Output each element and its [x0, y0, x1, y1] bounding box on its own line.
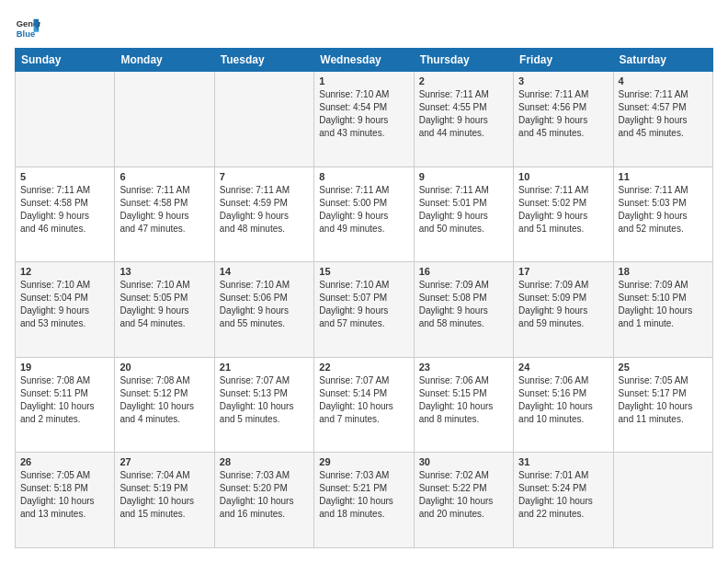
calendar-cell: 12Sunrise: 7:10 AM Sunset: 5:04 PM Dayli… — [16, 262, 115, 358]
day-number: 18 — [619, 266, 708, 277]
calendar-container: General Blue SundayMondayTuesdayWednesda… — [0, 0, 728, 563]
day-info: Sunrise: 7:09 AM Sunset: 5:09 PM Dayligh… — [518, 279, 608, 330]
calendar-week-row: 12Sunrise: 7:10 AM Sunset: 5:04 PM Dayli… — [16, 262, 713, 358]
day-number: 2 — [419, 75, 508, 86]
calendar-week-row: 26Sunrise: 7:05 AM Sunset: 5:18 PM Dayli… — [16, 453, 713, 548]
day-number: 8 — [319, 171, 408, 182]
day-number: 11 — [619, 171, 708, 182]
day-number: 14 — [220, 266, 309, 277]
day-info: Sunrise: 7:08 AM Sunset: 5:11 PM Dayligh… — [20, 374, 109, 426]
day-info: Sunrise: 7:11 AM Sunset: 4:58 PM Dayligh… — [20, 184, 109, 236]
calendar-cell: 13Sunrise: 7:10 AM Sunset: 5:05 PM Dayli… — [115, 262, 214, 358]
day-number: 3 — [518, 75, 608, 86]
day-number: 22 — [319, 362, 408, 373]
day-info: Sunrise: 7:11 AM Sunset: 4:55 PM Dayligh… — [419, 88, 508, 140]
day-info: Sunrise: 7:10 AM Sunset: 5:06 PM Dayligh… — [220, 279, 309, 330]
day-info: Sunrise: 7:09 AM Sunset: 5:10 PM Dayligh… — [619, 279, 708, 330]
day-info: Sunrise: 7:05 AM Sunset: 5:17 PM Dayligh… — [619, 374, 708, 426]
day-number: 9 — [419, 171, 508, 182]
day-info: Sunrise: 7:11 AM Sunset: 4:57 PM Dayligh… — [619, 88, 708, 140]
day-number: 15 — [319, 266, 408, 277]
weekday-header: Thursday — [414, 49, 513, 72]
day-number: 26 — [20, 456, 109, 467]
day-number: 17 — [518, 266, 608, 277]
calendar-cell: 28Sunrise: 7:03 AM Sunset: 5:20 PM Dayli… — [214, 453, 313, 548]
calendar-cell: 14Sunrise: 7:10 AM Sunset: 5:06 PM Dayli… — [214, 262, 313, 358]
day-number: 20 — [119, 362, 209, 373]
day-info: Sunrise: 7:11 AM Sunset: 5:01 PM Dayligh… — [419, 184, 508, 236]
calendar-cell: 1Sunrise: 7:10 AM Sunset: 4:54 PM Daylig… — [314, 72, 414, 167]
day-number: 23 — [419, 362, 508, 373]
day-info: Sunrise: 7:03 AM Sunset: 5:21 PM Dayligh… — [319, 469, 408, 521]
header: General Blue — [15, 15, 713, 40]
calendar-cell: 19Sunrise: 7:08 AM Sunset: 5:11 PM Dayli… — [16, 357, 115, 453]
day-info: Sunrise: 7:07 AM Sunset: 5:14 PM Dayligh… — [319, 374, 408, 426]
svg-text:Blue: Blue — [17, 29, 35, 39]
day-number: 4 — [619, 75, 708, 86]
calendar-cell — [115, 72, 214, 167]
day-number: 31 — [518, 456, 608, 467]
day-info: Sunrise: 7:03 AM Sunset: 5:20 PM Dayligh… — [220, 469, 309, 521]
calendar-cell: 15Sunrise: 7:10 AM Sunset: 5:07 PM Dayli… — [314, 262, 414, 358]
day-info: Sunrise: 7:01 AM Sunset: 5:24 PM Dayligh… — [518, 469, 608, 521]
calendar-week-row: 19Sunrise: 7:08 AM Sunset: 5:11 PM Dayli… — [16, 357, 713, 453]
calendar-cell: 17Sunrise: 7:09 AM Sunset: 5:09 PM Dayli… — [514, 262, 613, 358]
day-info: Sunrise: 7:05 AM Sunset: 5:18 PM Dayligh… — [20, 469, 109, 521]
logo: General Blue — [15, 15, 44, 40]
calendar-week-row: 1Sunrise: 7:10 AM Sunset: 4:54 PM Daylig… — [16, 72, 713, 167]
day-info: Sunrise: 7:11 AM Sunset: 5:00 PM Dayligh… — [319, 184, 408, 236]
calendar-cell: 2Sunrise: 7:11 AM Sunset: 4:55 PM Daylig… — [414, 72, 513, 167]
weekday-header-row: SundayMondayTuesdayWednesdayThursdayFrid… — [16, 49, 713, 72]
calendar-cell: 26Sunrise: 7:05 AM Sunset: 5:18 PM Dayli… — [16, 453, 115, 548]
weekday-header: Saturday — [613, 49, 712, 72]
weekday-header: Monday — [115, 49, 214, 72]
day-info: Sunrise: 7:10 AM Sunset: 5:07 PM Dayligh… — [319, 279, 408, 330]
day-info: Sunrise: 7:08 AM Sunset: 5:12 PM Dayligh… — [119, 374, 209, 426]
calendar-cell: 3Sunrise: 7:11 AM Sunset: 4:56 PM Daylig… — [514, 72, 613, 167]
calendar-cell: 25Sunrise: 7:05 AM Sunset: 5:17 PM Dayli… — [613, 357, 712, 453]
calendar-cell: 23Sunrise: 7:06 AM Sunset: 5:15 PM Dayli… — [414, 357, 513, 453]
weekday-header: Tuesday — [214, 49, 313, 72]
calendar-cell: 24Sunrise: 7:06 AM Sunset: 5:16 PM Dayli… — [514, 357, 613, 453]
calendar-cell: 20Sunrise: 7:08 AM Sunset: 5:12 PM Dayli… — [115, 357, 214, 453]
weekday-header: Friday — [514, 49, 613, 72]
calendar-cell: 29Sunrise: 7:03 AM Sunset: 5:21 PM Dayli… — [314, 453, 414, 548]
day-number: 6 — [119, 171, 209, 182]
calendar-cell: 16Sunrise: 7:09 AM Sunset: 5:08 PM Dayli… — [414, 262, 513, 358]
day-number: 21 — [220, 362, 309, 373]
calendar-cell: 5Sunrise: 7:11 AM Sunset: 4:58 PM Daylig… — [16, 167, 115, 262]
day-info: Sunrise: 7:11 AM Sunset: 5:02 PM Dayligh… — [518, 184, 608, 236]
day-number: 19 — [20, 362, 109, 373]
day-info: Sunrise: 7:07 AM Sunset: 5:13 PM Dayligh… — [220, 374, 309, 426]
day-info: Sunrise: 7:04 AM Sunset: 5:19 PM Dayligh… — [119, 469, 209, 521]
calendar-cell: 6Sunrise: 7:11 AM Sunset: 4:58 PM Daylig… — [115, 167, 214, 262]
calendar-cell: 4Sunrise: 7:11 AM Sunset: 4:57 PM Daylig… — [613, 72, 712, 167]
day-number: 13 — [119, 266, 209, 277]
day-number: 27 — [119, 456, 209, 467]
calendar-cell: 7Sunrise: 7:11 AM Sunset: 4:59 PM Daylig… — [214, 167, 313, 262]
day-number: 12 — [20, 266, 109, 277]
calendar-cell: 21Sunrise: 7:07 AM Sunset: 5:13 PM Dayli… — [214, 357, 313, 453]
logo-icon: General Blue — [15, 15, 40, 40]
calendar-cell: 8Sunrise: 7:11 AM Sunset: 5:00 PM Daylig… — [314, 167, 414, 262]
calendar-week-row: 5Sunrise: 7:11 AM Sunset: 4:58 PM Daylig… — [16, 167, 713, 262]
calendar-cell — [214, 72, 313, 167]
calendar-cell: 31Sunrise: 7:01 AM Sunset: 5:24 PM Dayli… — [514, 453, 613, 548]
day-number: 10 — [518, 171, 608, 182]
day-info: Sunrise: 7:09 AM Sunset: 5:08 PM Dayligh… — [419, 279, 508, 330]
day-info: Sunrise: 7:11 AM Sunset: 4:56 PM Dayligh… — [518, 88, 608, 140]
weekday-header: Sunday — [16, 49, 115, 72]
day-info: Sunrise: 7:11 AM Sunset: 4:58 PM Dayligh… — [119, 184, 209, 236]
day-info: Sunrise: 7:06 AM Sunset: 5:16 PM Dayligh… — [518, 374, 608, 426]
day-info: Sunrise: 7:11 AM Sunset: 4:59 PM Dayligh… — [220, 184, 309, 236]
day-info: Sunrise: 7:11 AM Sunset: 5:03 PM Dayligh… — [619, 184, 708, 236]
day-info: Sunrise: 7:06 AM Sunset: 5:15 PM Dayligh… — [419, 374, 508, 426]
calendar-table: SundayMondayTuesdayWednesdayThursdayFrid… — [15, 48, 713, 548]
day-info: Sunrise: 7:10 AM Sunset: 4:54 PM Dayligh… — [319, 88, 408, 140]
calendar-cell: 10Sunrise: 7:11 AM Sunset: 5:02 PM Dayli… — [514, 167, 613, 262]
day-number: 1 — [319, 75, 408, 86]
day-number: 28 — [220, 456, 309, 467]
calendar-cell: 18Sunrise: 7:09 AM Sunset: 5:10 PM Dayli… — [613, 262, 712, 358]
day-info: Sunrise: 7:02 AM Sunset: 5:22 PM Dayligh… — [419, 469, 508, 521]
calendar-cell: 9Sunrise: 7:11 AM Sunset: 5:01 PM Daylig… — [414, 167, 513, 262]
